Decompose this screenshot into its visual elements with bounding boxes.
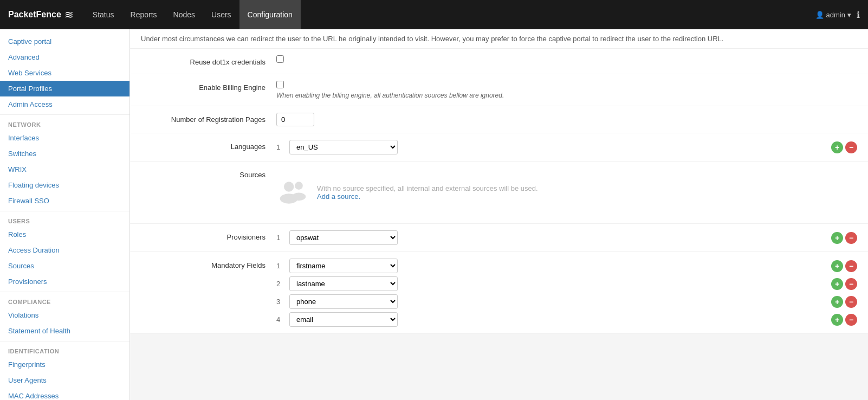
main-nav: Status Reports Nodes Users Configuration [85,0,815,29]
mandatory-fields-row: Mandatory Fields 1 firstname + − [130,252,868,334]
languages-add-remove: + − [831,141,857,153]
provisioners-label: Provisioners [141,230,276,242]
sidebar-divider-4 [0,341,129,341]
languages-row: Languages 1 en_US + − [130,133,868,162]
billing-engine-check [276,81,857,88]
svg-point-0 [284,182,294,191]
mandatory-fields-add-remove-2: + − [831,278,857,290]
sidebar-section-compliance: COMPLIANCE [0,294,129,307]
sidebar-section-identification: IDENTIFICATION [0,344,129,357]
sidebar-item-portal-profiles[interactable]: Portal Profiles [0,81,129,96]
sidebar-item-violations[interactable]: Violations [0,307,129,323]
reuse-dot1x-row: Reuse dot1x credentials [130,49,868,74]
languages-remove-button[interactable]: − [845,141,857,153]
mandatory-fields-select-3[interactable]: phone [289,294,398,309]
sidebar-item-captive-portal[interactable]: Captive portal [0,34,129,49]
provisioners-dropdown-row: 1 opswat + − [276,230,857,245]
mandatory-fields-add-button-1[interactable]: + [831,260,843,272]
sidebar-item-advanced[interactable]: Advanced [0,49,129,65]
nav-configuration[interactable]: Configuration [239,0,301,29]
mandatory-fields-remove-button-4[interactable]: − [845,314,857,326]
mandatory-fields-remove-button-3[interactable]: − [845,296,857,308]
mandatory-fields-add-button-4[interactable]: + [831,314,843,326]
sidebar-item-user-agents[interactable]: User Agents [0,372,129,388]
languages-select-1[interactable]: en_US [289,140,398,154]
num-reg-pages-input[interactable] [276,113,314,126]
mandatory-fields-row-2: 2 lastname + − [276,276,857,291]
languages-add-button[interactable]: + [831,141,843,153]
sidebar-item-roles[interactable]: Roles [0,227,129,242]
reuse-dot1x-check [276,55,857,63]
sidebar-item-floating-devices[interactable]: Floating devices [0,177,129,193]
nav-nodes[interactable]: Nodes [165,0,203,29]
provisioners-row: Provisioners 1 opswat + − [130,224,868,252]
sources-content: With no source specified, all internal a… [276,168,857,217]
admin-label: admin [826,11,845,19]
languages-num-1: 1 [276,143,285,151]
navbar: PacketFence ≋ Status Reports Nodes Users… [0,0,868,29]
nav-status[interactable]: Status [85,0,122,29]
provisioners-select-1[interactable]: opswat [289,230,398,245]
num-reg-pages-content [276,113,857,126]
mandatory-fields-select-1[interactable]: firstname [289,259,398,273]
languages-content: 1 en_US + − [276,140,857,154]
sidebar-item-provisioners[interactable]: Provisioners [0,274,129,289]
sidebar-divider-3 [0,292,129,292]
brand: PacketFence ≋ [8,8,74,21]
mandatory-fields-num-3: 3 [276,298,285,306]
billing-engine-row: Enable Billing Engine When enabling the … [130,74,868,106]
mandatory-fields-label: Mandatory Fields [141,259,276,270]
add-source-link[interactable]: Add a source. [317,192,360,201]
sidebar-item-fingerprints[interactable]: Fingerprints [0,357,129,372]
top-notice-text: Under most circumstances we can redirect… [141,35,723,43]
mandatory-fields-add-remove-4: + − [831,314,857,326]
mandatory-fields-add-remove-3: + − [831,296,857,308]
sidebar-item-wrix[interactable]: WRIX [0,162,129,177]
top-notice: Under most circumstances we can redirect… [130,29,868,49]
provisioners-add-button[interactable]: + [831,232,843,244]
billing-engine-checkbox[interactable] [276,81,284,88]
nav-reports[interactable]: Reports [122,0,165,29]
sidebar-divider-2 [0,211,129,211]
provisioners-remove-button[interactable]: − [845,232,857,244]
mandatory-fields-num-1: 1 [276,262,285,270]
sidebar-item-web-services[interactable]: Web Services [0,65,129,81]
sidebar-item-access-duration[interactable]: Access Duration [0,242,129,258]
mandatory-fields-num-4: 4 [276,315,285,324]
sidebar-item-statement-of-health[interactable]: Statement of Health [0,323,129,339]
sources-users-icon [278,178,308,208]
sources-empty-message: With no source specified, all internal a… [317,184,538,192]
svg-point-2 [295,182,303,190]
mandatory-fields-add-button-3[interactable]: + [831,296,843,308]
mandatory-fields-row-4: 4 email + − [276,312,857,327]
sidebar-divider-1 [0,114,129,115]
mandatory-fields-add-button-2[interactable]: + [831,278,843,290]
sidebar-item-admin-access[interactable]: Admin Access [0,96,129,112]
sidebar-section-network: NETWORK [0,117,129,130]
admin-menu[interactable]: 👤 admin ▾ [815,11,851,19]
info-icon[interactable]: ℹ [857,10,860,20]
reuse-dot1x-content [276,55,857,63]
sidebar-item-switches[interactable]: Switches [0,146,129,162]
mandatory-fields-select-4[interactable]: email [289,312,398,327]
svg-point-3 [292,192,306,201]
mandatory-fields-row-1: 1 firstname + − [276,259,857,273]
nav-users[interactable]: Users [203,0,239,29]
sidebar-item-interfaces[interactable]: Interfaces [0,130,129,146]
mandatory-fields-add-remove-1: + − [831,260,857,272]
reuse-dot1x-label: Reuse dot1x credentials [141,55,276,67]
mandatory-fields-remove-button-2[interactable]: − [845,278,857,290]
sidebar-item-mac-addresses[interactable]: MAC Addresses [0,388,129,400]
content-area: Under most circumstances we can redirect… [130,29,868,400]
sidebar-item-sources[interactable]: Sources [0,258,129,274]
sources-label: Sources [141,168,276,180]
num-reg-pages-label: Number of Registration Pages [141,113,276,125]
mandatory-fields-select-2[interactable]: lastname [289,276,398,291]
sources-row: Sources With no source specif [130,162,868,224]
reuse-dot1x-checkbox[interactable] [276,55,284,63]
sidebar-item-firewall-sso[interactable]: Firewall SSO [0,193,129,209]
mandatory-fields-remove-button-1[interactable]: − [845,260,857,272]
mandatory-fields-content: 1 firstname + − 2 lastname [276,259,857,327]
sidebar-section-users: USERS [0,214,129,227]
provisioners-num-1: 1 [276,234,285,242]
